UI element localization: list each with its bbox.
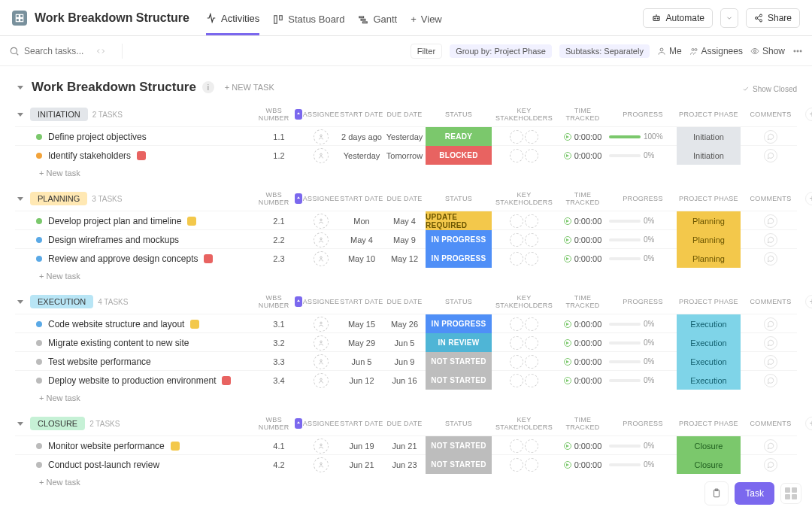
progress-cell[interactable]: 0% — [609, 217, 677, 225]
assignee-button[interactable] — [314, 335, 329, 351]
col-progress[interactable]: PROGRESS — [609, 195, 677, 202]
task-row[interactable]: Identify stakeholders 1.2 Yesterday Tomo… — [15, 145, 797, 164]
play-icon[interactable] — [564, 152, 571, 159]
progress-cell[interactable]: 0% — [609, 357, 677, 366]
share-button[interactable]: Share — [746, 8, 800, 28]
start-date[interactable]: May 15 — [340, 320, 383, 329]
play-icon[interactable] — [564, 133, 571, 141]
play-icon[interactable] — [564, 320, 571, 328]
tab-gantt[interactable]: Gantt — [358, 13, 397, 35]
collapse-icon[interactable] — [96, 47, 105, 56]
col-due[interactable]: DUE DATE — [383, 111, 426, 118]
progress-cell[interactable]: 0% — [609, 151, 677, 159]
col-stakeholders[interactable]: KEY STAKEHOLDERS — [492, 294, 556, 309]
task-name-cell[interactable]: Define project objectives — [15, 132, 256, 142]
assignee-button[interactable] — [314, 251, 329, 266]
time-tracked[interactable]: 0:00:00 — [556, 338, 609, 348]
assignee-button[interactable] — [314, 317, 329, 332]
col-assignee[interactable]: ASSIGNEE — [302, 195, 340, 202]
task-name-cell[interactable]: Review and approve design concepts — [15, 253, 256, 264]
phase-pill[interactable]: Closure — [677, 455, 741, 474]
tab-view[interactable]: + View — [411, 13, 442, 35]
play-icon[interactable] — [564, 442, 571, 450]
task-row[interactable]: Review and approve design concepts 2.3 M… — [15, 248, 797, 267]
time-tracked[interactable]: 0:00:00 — [556, 320, 609, 329]
tab-status-board[interactable]: Status Board — [273, 13, 344, 35]
progress-cell[interactable]: 0% — [609, 235, 677, 244]
status-pill[interactable]: NOT STARTED — [426, 352, 492, 371]
col-stakeholders[interactable]: KEY STAKEHOLDERS — [492, 107, 556, 122]
play-icon[interactable] — [564, 461, 571, 469]
stakeholders-cell[interactable] — [492, 149, 556, 162]
phase-pill[interactable]: Initiation — [677, 127, 741, 146]
start-date[interactable]: Jun 12 — [340, 376, 383, 385]
comment-button[interactable] — [764, 252, 777, 266]
automate-chevron[interactable] — [720, 8, 738, 28]
task-row[interactable]: Test website performance 3.3 Jun 5 Jun 9… — [15, 351, 797, 370]
progress-cell[interactable]: 0% — [609, 254, 677, 263]
col-status[interactable]: STATUS — [426, 298, 492, 305]
col-phase[interactable]: PROJECT PHASE — [677, 420, 741, 427]
col-phase[interactable]: PROJECT PHASE — [677, 195, 741, 202]
col-wbs[interactable]: WBS NUMBER — [256, 294, 292, 309]
task-row[interactable]: Define project objectives 1.1 2 days ago… — [15, 126, 797, 145]
col-progress[interactable]: PROGRESS — [609, 111, 677, 118]
time-tracked[interactable]: 0:00:00 — [556, 376, 609, 385]
col-status[interactable]: STATUS — [426, 195, 492, 202]
progress-cell[interactable]: 0% — [609, 338, 677, 347]
clipboard-button[interactable] — [704, 481, 729, 505]
stakeholders-cell[interactable] — [492, 458, 556, 472]
col-due[interactable]: DUE DATE — [383, 195, 426, 202]
start-date[interactable]: Jun 21 — [340, 460, 383, 469]
comment-button[interactable] — [764, 317, 777, 331]
add-column-button[interactable]: + — [805, 295, 812, 308]
comment-button[interactable] — [764, 130, 777, 144]
add-column-button[interactable]: + — [805, 192, 812, 205]
col-wbs[interactable]: WBS NUMBER — [256, 416, 292, 431]
stakeholders-cell[interactable] — [492, 317, 556, 331]
tab-activities[interactable]: Activities — [206, 13, 259, 35]
stakeholders-cell[interactable] — [492, 355, 556, 369]
status-pill[interactable]: IN REVIEW — [426, 333, 492, 352]
status-pill[interactable]: NOT STARTED — [426, 455, 492, 474]
col-due[interactable]: DUE DATE — [383, 420, 426, 427]
progress-cell[interactable]: 0% — [609, 376, 677, 384]
add-column-button[interactable]: + — [805, 417, 812, 430]
task-name-cell[interactable]: Migrate existing content to new site — [15, 338, 256, 348]
add-column-button[interactable]: + — [805, 108, 812, 121]
due-date[interactable]: Jun 21 — [383, 442, 426, 451]
sort-icon[interactable] — [295, 193, 302, 204]
status-pill[interactable]: IN PROGRESS — [426, 230, 492, 249]
comment-button[interactable] — [764, 458, 777, 472]
info-icon[interactable]: i — [202, 81, 214, 93]
task-row[interactable]: Develop project plan and timeline 2.1 Mo… — [15, 211, 797, 229]
group-tag[interactable]: Closure — [30, 417, 85, 430]
comment-button[interactable] — [764, 355, 777, 369]
col-assignee[interactable]: ASSIGNEE — [302, 111, 340, 118]
stakeholders-cell[interactable] — [492, 374, 556, 387]
status-pill[interactable]: IN PROGRESS — [426, 314, 492, 333]
progress-cell[interactable]: 0% — [609, 320, 677, 328]
due-date[interactable]: Jun 16 — [383, 376, 426, 385]
status-pill[interactable]: BLOCKED — [426, 146, 492, 165]
comment-button[interactable] — [764, 214, 777, 228]
time-tracked[interactable]: 0:00:00 — [556, 442, 609, 451]
stakeholders-cell[interactable] — [492, 130, 556, 144]
stakeholders-cell[interactable] — [492, 214, 556, 228]
time-tracked[interactable]: 0:00:00 — [556, 357, 609, 366]
task-name-cell[interactable]: Monitor website performance — [15, 441, 256, 451]
status-pill[interactable]: IN PROGRESS — [426, 249, 492, 268]
due-date[interactable]: Yesterday — [383, 132, 426, 141]
group-toggle[interactable] — [15, 193, 26, 204]
new-task-header[interactable]: + NEW TASK — [225, 83, 274, 92]
col-phase[interactable]: PROJECT PHASE — [677, 111, 741, 118]
col-status[interactable]: STATUS — [426, 420, 492, 427]
due-date[interactable]: Jun 23 — [383, 460, 426, 469]
status-pill[interactable]: UPDATE REQUIRED — [426, 211, 492, 230]
col-comments[interactable]: COMMENTS — [741, 111, 801, 118]
automate-button[interactable]: Automate — [643, 8, 713, 28]
play-icon[interactable] — [564, 217, 571, 225]
task-name-cell[interactable]: Develop project plan and timeline — [15, 216, 256, 226]
new-task-fab[interactable]: Task — [735, 482, 774, 505]
col-time[interactable]: TIME TRACKED — [556, 416, 609, 431]
